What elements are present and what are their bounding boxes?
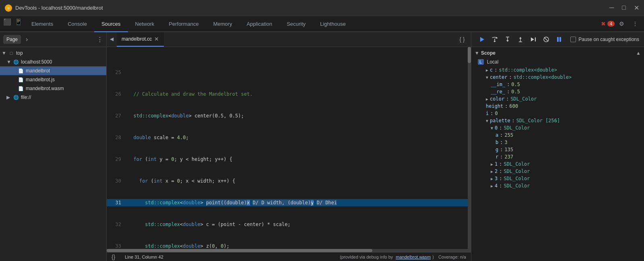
svg-text:D: D <box>8 7 10 10</box>
more-button[interactable]: ⋮ <box>630 18 641 29</box>
scope-sep: : <box>506 96 509 102</box>
scope-item-i[interactable]: i : 0 <box>471 110 644 117</box>
scope-sep: : <box>507 82 510 87</box>
pause-on-exception-button[interactable] <box>553 34 565 45</box>
line-content: for (int x = 0; x < width; x++) { <box>126 177 471 185</box>
tree-item-top[interactable]: ▼ □ top <box>0 49 106 58</box>
tab-elements[interactable]: Elements <box>24 16 60 32</box>
scope-sep: : <box>505 103 508 109</box>
pretty-print-button[interactable]: {} <box>111 254 115 260</box>
scope-key: 1 <box>495 161 497 167</box>
step-over-button[interactable] <box>489 34 500 45</box>
pause-exceptions-checkbox[interactable] <box>570 37 576 42</box>
sidebar: Page › ⋮ ▼ □ top ▼ 🌐 localhost:5000 📄 ma… <box>0 32 107 261</box>
code-line: 26 // Calculate and draw the Mandelbrot … <box>107 90 471 98</box>
scope-section-header[interactable]: ▼ Scope ▲ <box>471 49 644 58</box>
devtools-tabbar: ⬛ 📱 Elements Console Sources Network Per… <box>0 16 644 32</box>
maximize-button[interactable]: □ <box>622 4 626 12</box>
local-badge: L <box>478 59 484 65</box>
pause-exceptions-label: Pause on caught exceptions <box>578 37 639 42</box>
device-mode-icon[interactable]: 📱 <box>13 16 24 27</box>
deactivate-breakpoints-button[interactable] <box>541 34 552 45</box>
scope-item-palette2[interactable]: ▶ 2 : SDL_Color <box>471 168 644 175</box>
scope-item-a[interactable]: a : 255 <box>471 132 644 139</box>
pause-exceptions-control: Pause on caught exceptions <box>570 37 639 42</box>
code-line: 29 for (int y = 0; y < height; y++) { <box>107 156 471 163</box>
editor-nav-back[interactable]: ◀ <box>107 32 117 47</box>
local-section-header[interactable]: L Local <box>471 58 644 66</box>
scrollbar-track[interactable] <box>468 47 471 252</box>
scope-val: 237 <box>504 154 513 160</box>
code-line: 25 <box>107 69 471 76</box>
scope-item-palette4[interactable]: ▶ 4 : SDL_Color <box>471 182 644 189</box>
tab-sources[interactable]: Sources <box>94 16 128 32</box>
svg-line-15 <box>544 37 548 41</box>
h-scrollbar-thumb[interactable] <box>107 249 372 252</box>
arrow-icon: ▶ <box>6 95 11 100</box>
sidebar-tab-page[interactable]: Page <box>3 35 21 44</box>
sidebar-more-button[interactable]: ⋮ <box>97 36 103 43</box>
scope-expand-icon[interactable]: ▲ <box>636 50 641 56</box>
format-button[interactable]: { } <box>456 34 468 45</box>
code-editor[interactable]: 25 26 // Calculate and draw the Mandelbr… <box>107 47 471 252</box>
scope-item-center[interactable]: ▼ center : std::complex<double> <box>471 74 644 81</box>
tab-network[interactable]: Network <box>128 16 162 32</box>
scope-panel[interactable]: ▼ Scope ▲ L Local ▶ c : std::complex<dou… <box>471 47 644 261</box>
step-button[interactable] <box>528 34 539 45</box>
line-content: double scale = 4.0; <box>126 134 471 141</box>
tree-item-mandelbrot-wasm[interactable]: 📄 mandelbrot.wasm <box>0 84 106 93</box>
tree-item-mandelbrot[interactable]: 📄 mandelbrot <box>0 66 106 75</box>
dock-icon[interactable]: ⬛ <box>2 16 13 27</box>
code-line: 28 double scale = 4.0; <box>107 134 471 141</box>
resume-button[interactable] <box>476 34 487 45</box>
tree-item-file[interactable]: ▶ 🌐 file:// <box>0 93 106 102</box>
svg-marker-7 <box>506 40 509 42</box>
line-content: // Calculate and draw the Mandelbrot set… <box>126 90 471 98</box>
scope-item-height[interactable]: height : 600 <box>471 103 644 110</box>
scope-item-im[interactable]: __im_ : 0.5 <box>471 81 644 88</box>
tree-item-localhost[interactable]: ▼ 🌐 localhost:5000 <box>0 58 106 66</box>
tree-item-label: mandelbrot.js <box>26 77 55 82</box>
scope-item-b[interactable]: b : 3 <box>471 139 644 146</box>
file-js-icon: 📄 <box>18 76 24 83</box>
errors-badge[interactable]: ✖ 4 <box>602 18 613 29</box>
scope-item-r[interactable]: r : 237 <box>471 153 644 160</box>
source-link[interactable]: mandelbrot.wasm <box>396 255 431 259</box>
svg-rect-17 <box>559 37 561 42</box>
tab-close-icon[interactable]: ✕ <box>154 36 159 42</box>
scope-val: 135 <box>504 147 513 152</box>
line-content: for (int y = 0; y < height; y++) { <box>126 156 471 163</box>
titlebar-left: D DevTools - localhost:5000/mandelbrot <box>5 4 103 12</box>
tab-application[interactable]: Application <box>239 16 280 32</box>
close-button[interactable]: ✕ <box>634 4 639 12</box>
scope-item-palette1[interactable]: ▶ 1 : SDL_Color <box>471 160 644 168</box>
editor-tab-mandelbrot[interactable]: mandelbrot.cc ✕ <box>117 32 164 47</box>
scope-item-re[interactable]: __re_ : 0.5 <box>471 88 644 95</box>
scope-key: g <box>495 147 498 152</box>
scope-item-palette0[interactable]: ▼ 0 : SDL_Color <box>471 124 644 132</box>
scope-item-palette3[interactable]: ▶ 3 : SDL_Color <box>471 175 644 182</box>
tree-item-mandelbrotjs[interactable]: 📄 mandelbrot.js <box>0 75 106 84</box>
scrollbar-thumb[interactable] <box>468 47 471 63</box>
line-number: 30 <box>107 177 126 185</box>
sidebar-tab-more[interactable]: › <box>23 34 31 45</box>
minimize-button[interactable]: ─ <box>609 4 614 12</box>
scope-item-palette[interactable]: ▼ palette : SDL_Color [256] <box>471 117 644 124</box>
step-out-button[interactable] <box>515 34 526 45</box>
scope-val: 0 <box>495 111 497 116</box>
scope-sep: : <box>500 154 503 160</box>
scope-item-c[interactable]: ▶ c : std::complex<double> <box>471 66 644 74</box>
tab-security[interactable]: Security <box>279 16 313 32</box>
settings-button[interactable]: ⚙ <box>616 18 627 29</box>
tab-lighthouse[interactable]: Lighthouse <box>313 16 353 32</box>
step-into-button[interactable] <box>502 34 513 45</box>
tab-console[interactable]: Console <box>60 16 94 32</box>
scope-key: palette <box>490 118 510 123</box>
tab-performance[interactable]: Performance <box>161 16 206 32</box>
tab-memory[interactable]: Memory <box>206 16 239 32</box>
code-line-highlighted: 31 std::complex<double> point((double)x … <box>107 199 471 206</box>
scope-item-color[interactable]: ▶ color : SDL_Color <box>471 95 644 103</box>
h-scrollbar-track[interactable] <box>107 249 471 252</box>
scope-item-g[interactable]: g : 135 <box>471 146 644 153</box>
scope-val: SDL_Color <box>504 183 530 189</box>
